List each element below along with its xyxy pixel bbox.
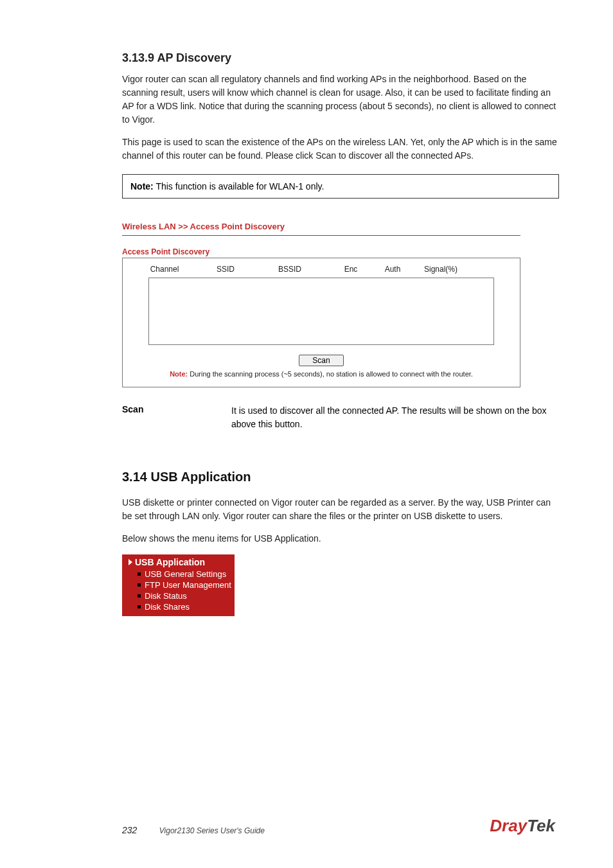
usb-nav-item-ftp[interactable]: FTP User Management <box>122 580 235 590</box>
note-box: Note: This function is available for WLA… <box>122 174 559 199</box>
paragraph-2: This page is used to scan the existence … <box>122 136 559 163</box>
screenshot-container: Wireless LAN >> Access Point Discovery A… <box>122 219 520 387</box>
usb-nav-item-label: Disk Shares <box>145 602 190 612</box>
usb-heading: 3.14 USB Application <box>122 470 559 484</box>
definition-term: Scan <box>122 404 231 431</box>
scan-button[interactable]: Scan <box>299 355 343 366</box>
usb-nav-item-label: FTP User Management <box>145 580 231 590</box>
screenshot-note-label: Note: <box>170 370 188 378</box>
col-signal: Signal(%) <box>412 265 470 274</box>
col-ssid: SSID <box>200 265 251 274</box>
ap-list-box <box>148 278 494 345</box>
brand-part2: Tek <box>527 816 555 835</box>
brand-logo: DrayTek <box>490 816 555 836</box>
usb-nav-head[interactable]: USB Application <box>122 556 235 569</box>
screenshot-breadcrumb: Wireless LAN >> Access Point Discovery <box>122 219 520 236</box>
screenshot-note-text: During the scanning process (~5 seconds)… <box>188 370 473 378</box>
usb-nav-item-label: Disk Status <box>145 591 187 601</box>
col-bssid: BSSID <box>251 265 328 274</box>
col-enc: Enc <box>328 265 373 274</box>
page-number: 232 <box>122 825 137 835</box>
definition-desc: It is used to discover all the connected… <box>231 404 559 431</box>
usb-nav-item-general[interactable]: USB General Settings <box>122 569 235 580</box>
bullet-icon <box>138 605 141 608</box>
ap-table-header: Channel SSID BSSID Enc Auth Signal(%) <box>129 263 513 276</box>
screenshot-panel: Channel SSID BSSID Enc Auth Signal(%) Sc… <box>122 258 520 387</box>
usb-paragraph-1: USB diskette or printer connected on Vig… <box>122 496 559 523</box>
note-label: Note: <box>130 181 154 191</box>
usb-nav-head-label: USB Application <box>135 557 205 567</box>
definition-row: Scan It is used to discover all the conn… <box>122 404 559 431</box>
screenshot-note: Note: During the scanning process (~5 se… <box>129 370 513 378</box>
manual-title: Vigor2130 Series User's Guide <box>159 826 265 835</box>
bullet-icon <box>138 572 141 576</box>
bullet-icon <box>138 594 141 598</box>
col-channel: Channel <box>129 265 200 274</box>
usb-paragraph-2: Below shows the menu items for USB Appli… <box>122 532 559 545</box>
bullet-icon <box>138 583 141 587</box>
paragraph-1: Vigor router can scan all regulatory cha… <box>122 73 559 127</box>
note-text: This function is available for WLAN-1 on… <box>154 181 324 191</box>
page-footer: 232 Vigor2130 Series User's Guide DrayTe… <box>58 816 555 836</box>
screenshot-subheading: Access Point Discovery <box>122 247 520 256</box>
usb-nav-item-label: USB General Settings <box>145 569 226 579</box>
usb-nav: USB Application USB General Settings FTP… <box>122 554 235 616</box>
usb-nav-item-disk-shares[interactable]: Disk Shares <box>122 601 235 612</box>
brand-part1: Dray <box>490 816 527 835</box>
col-auth: Auth <box>373 265 412 274</box>
section-heading: 3.13.9 AP Discovery <box>122 51 559 65</box>
usb-nav-item-disk-status[interactable]: Disk Status <box>122 590 235 601</box>
triangle-right-icon <box>129 559 132 565</box>
